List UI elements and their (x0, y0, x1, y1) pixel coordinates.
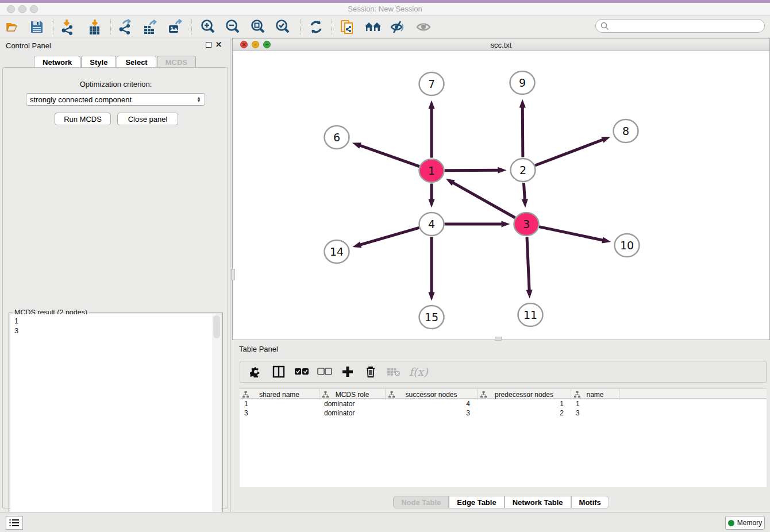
close-panel-icon[interactable]: ✕ (215, 42, 222, 48)
zoom-fit-icon[interactable] (249, 18, 267, 36)
graph-edge-arrow (601, 137, 610, 143)
tab-style[interactable]: Style (81, 56, 116, 68)
tab-node-table[interactable]: Node Table (393, 496, 449, 508)
network-view-window: ✕ − ＋ scc.txt 7968124314101511 (232, 38, 770, 340)
table-cell[interactable]: 3 (240, 408, 319, 418)
tab-network-table[interactable]: Network Table (505, 496, 571, 508)
list-icon (9, 519, 20, 527)
graph-node-label: 3 (523, 218, 530, 230)
graph-edge-arrow (428, 101, 434, 109)
table-cell[interactable]: dominator (319, 408, 386, 418)
clone-network-icon[interactable] (339, 18, 356, 36)
column-header-successor-nodes[interactable]: successor nodes (386, 389, 478, 400)
table-body: 1dominator4113dominator323 (240, 399, 767, 418)
main-toolbar (0, 16, 770, 37)
toolbar-separator (332, 20, 332, 34)
graph-edge-arrow (498, 167, 506, 174)
search-input[interactable] (609, 22, 753, 30)
table-cell[interactable]: 2 (478, 408, 571, 418)
float-panel-icon[interactable] (206, 42, 211, 48)
search-box[interactable] (595, 19, 765, 33)
horizontal-splitter-grip[interactable] (495, 337, 502, 341)
column-header-MCDS-role[interactable]: MCDS role (319, 389, 386, 400)
tab-edge-table[interactable]: Edge Table (449, 496, 504, 508)
export-image-icon[interactable] (167, 18, 184, 36)
table-cell[interactable]: 3 (571, 408, 619, 418)
zoom-selected-icon[interactable] (274, 18, 291, 36)
graph-edge-2-9[interactable] (522, 106, 523, 157)
refresh-icon[interactable] (307, 18, 325, 36)
search-icon (600, 22, 609, 30)
network-window-titlebar: ✕ − ＋ scc.txt (233, 38, 769, 51)
table-header-row: shared nameMCDS rolesuccessor nodesprede… (240, 388, 767, 399)
window-title: Session: New Session (0, 5, 770, 13)
tab-select[interactable]: Select (117, 56, 156, 68)
table-settings-icon[interactable] (248, 364, 263, 379)
zoom-out-icon[interactable] (224, 18, 241, 36)
graph-edge-3-1[interactable] (452, 182, 515, 218)
save-session-icon[interactable] (28, 18, 45, 36)
table-panel-title: Table Panel (239, 345, 278, 353)
graph-edge-arrow (522, 199, 528, 207)
graph-edge-3-10[interactable] (539, 227, 603, 241)
toolbar-separator (300, 20, 301, 34)
tab-mcds[interactable]: MCDS (157, 56, 196, 68)
toolbar-separator (53, 20, 53, 34)
mcds-result-text[interactable]: 1 3 (10, 314, 213, 529)
graph-canvas[interactable]: 7968124314101511 (233, 51, 769, 340)
run-mcds-button[interactable]: Run MCDS (55, 113, 111, 125)
table-row[interactable]: 3dominator323 (240, 408, 767, 418)
vertical-splitter-grip[interactable] (231, 269, 235, 280)
show-graphics-icon[interactable] (415, 18, 432, 36)
node-table[interactable]: shared nameMCDS rolesuccessor nodesprede… (240, 388, 767, 487)
home-icon[interactable] (364, 18, 382, 36)
graph-node-label: 2 (519, 164, 526, 176)
function-builder-icon: f(x) (409, 365, 428, 378)
graph-edge-1-2[interactable] (444, 170, 499, 171)
graph-edge-1-6[interactable] (359, 145, 419, 167)
export-network-icon[interactable] (117, 18, 134, 36)
graph-edge-arrow (502, 221, 510, 227)
table-cell[interactable]: 1 (478, 399, 571, 408)
result-scrollbar[interactable] (212, 314, 221, 529)
column-header-shared-name[interactable]: shared name (240, 389, 319, 400)
open-file-icon[interactable] (5, 18, 22, 36)
graph-edge-2-3[interactable] (523, 183, 525, 200)
add-column-icon[interactable] (340, 364, 355, 379)
graph-edge-arrow (352, 142, 361, 149)
graph-edge-4-14[interactable] (360, 228, 419, 245)
tab-network[interactable]: Network (34, 56, 80, 68)
table-cell[interactable]: 1 (240, 399, 319, 408)
column-header-name[interactable]: name (571, 389, 619, 400)
split-view-icon[interactable] (271, 364, 286, 379)
delete-column-icon[interactable] (363, 364, 378, 379)
column-header-predecessor-nodes[interactable]: predecessor nodes (478, 389, 571, 400)
graph-node-label: 15 (425, 311, 438, 323)
optimization-criterion-select[interactable]: strongly connected component ▲▼ (26, 93, 205, 106)
selected-criterion: strongly connected component (30, 95, 132, 104)
table-row[interactable]: 1dominator411 (240, 399, 767, 408)
table-cell[interactable]: 4 (386, 399, 478, 408)
hide-graphics-icon[interactable] (389, 18, 406, 36)
memory-button[interactable]: Memory (725, 516, 765, 530)
zoom-in-icon[interactable] (199, 18, 217, 36)
table-cell[interactable]: dominator (319, 399, 386, 408)
table-toolbar: f(x) (240, 361, 767, 383)
memory-status-icon (728, 520, 734, 526)
import-table-icon[interactable] (86, 18, 103, 36)
export-table-icon[interactable] (141, 18, 159, 36)
toolbar-separator (110, 20, 111, 34)
graph-node-label: 11 (523, 309, 537, 321)
graph-edge-3-11[interactable] (527, 237, 529, 291)
status-bar: Memory (0, 512, 770, 532)
task-history-button[interactable] (6, 516, 23, 530)
graph-edge-2-8[interactable] (535, 140, 603, 165)
close-panel-button[interactable]: Close panel (117, 113, 178, 125)
table-cell[interactable]: 3 (386, 408, 478, 418)
graph-edge-arrow (526, 290, 532, 298)
table-cell[interactable]: 1 (571, 399, 619, 408)
select-all-columns-icon[interactable] (294, 364, 309, 379)
deselect-all-columns-icon[interactable] (317, 364, 332, 379)
import-network-icon[interactable] (59, 18, 76, 36)
tab-motifs[interactable]: Motifs (571, 496, 609, 508)
